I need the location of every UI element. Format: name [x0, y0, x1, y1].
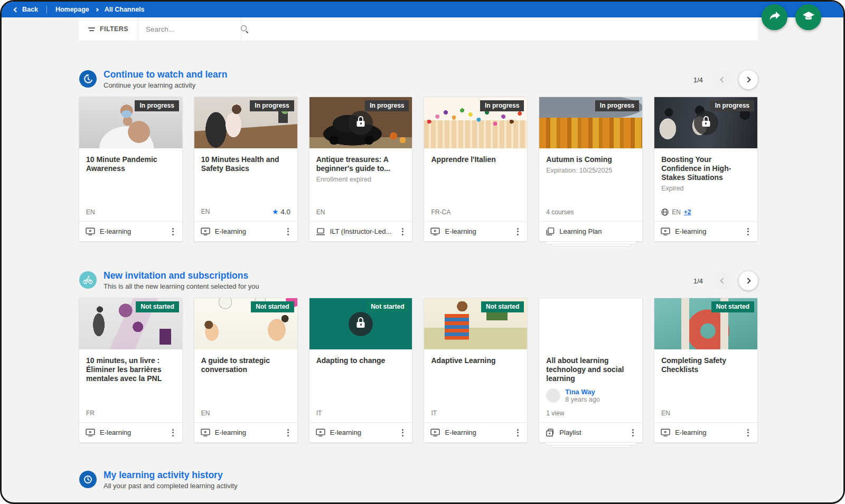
card-body: Adaptive Learning IT [424, 349, 527, 422]
course-card[interactable]: In progress Antique treasures: A beginne… [309, 97, 413, 242]
carousel-pager: 1/4 [693, 70, 758, 89]
language-label: FR [86, 410, 95, 417]
kebab-menu-icon[interactable] [400, 427, 406, 439]
card-wrap: Not started Adapting to change IT E-lear… [309, 298, 413, 448]
card-body: A guide to strategic conversation EN [194, 349, 297, 422]
course-title: Completing Safety Checklists [661, 356, 750, 374]
elearning-icon [201, 227, 210, 235]
search-icon[interactable] [240, 25, 249, 33]
lock-icon [349, 111, 373, 135]
course-thumbnail: Not started [194, 298, 297, 349]
course-thumbnail: In progress [424, 97, 527, 148]
section-title[interactable]: My learning activity history [104, 470, 238, 480]
channel-section: Continue to watch and learn Continue you… [79, 69, 758, 246]
back-label: Back [22, 6, 38, 13]
kebab-menu-icon[interactable] [745, 226, 751, 237]
card-body: Boosting Your Confidence in High-Stakes … [654, 148, 757, 221]
kebab-menu-icon[interactable] [515, 226, 521, 237]
card-wrap: All about learning technology and social… [539, 298, 643, 448]
top-navigation-bar: Back Homepage All Channels [2, 2, 843, 17]
course-card[interactable]: In progress Boosting Your Confidence in … [654, 97, 758, 242]
content-type-label: ILT (Instructor-Led... [330, 227, 392, 235]
kebab-menu-icon[interactable] [170, 226, 176, 237]
elearning-icon [86, 227, 95, 235]
card-grid: Not started 10 minutes, un livre : Élimi… [79, 298, 758, 448]
rating-value: 4.0 [281, 208, 290, 216]
breadcrumb-homepage[interactable]: Homepage [55, 6, 89, 13]
course-card[interactable]: Not started Completing Safety Checklists… [654, 298, 758, 443]
content-type-label: Learning Plan [559, 227, 602, 235]
kebab-menu-icon[interactable] [515, 427, 521, 439]
carousel-pager: 1/4 [693, 271, 758, 290]
section-header: New invitation and subscriptions This is… [79, 270, 758, 291]
section-title[interactable]: Continue to watch and learn [104, 69, 227, 80]
kebab-menu-icon[interactable] [400, 226, 406, 237]
card-wrap: Not started Completing Safety Checklists… [654, 298, 758, 448]
card-grid: In progress 10 Minute Pandemic Awareness… [79, 97, 758, 246]
course-thumbnail: Not started [79, 298, 182, 349]
course-thumbnail: In progress [539, 97, 642, 148]
course-card[interactable]: All about learning technology and social… [539, 298, 643, 443]
course-title: 10 Minute Pandemic Awareness [86, 155, 175, 173]
learning-fab-button[interactable] [795, 4, 821, 30]
course-card[interactable]: Not started Adaptive Learning IT E-learn… [424, 298, 528, 443]
course-note: Expiration: 10/25/2025 [546, 167, 635, 174]
channel-section: My learning activity history All your pa… [79, 470, 758, 504]
card-body: Antique treasures: A beginner's guide to… [309, 148, 412, 221]
language-label: IT [316, 410, 322, 417]
course-thumbnail: In progress [309, 97, 412, 148]
course-note: Enrollment expired [316, 176, 406, 183]
more-languages-link[interactable]: +2 [684, 208, 691, 216]
course-card[interactable]: Not started A guide to strategic convers… [194, 298, 298, 443]
course-card[interactable]: Not started 10 minutes, un livre : Élimi… [79, 298, 183, 443]
carousel-prev-button[interactable] [712, 271, 731, 290]
author-link[interactable]: Tina Way [565, 388, 599, 396]
stacked-card-edge [551, 244, 631, 246]
language-label: EN [661, 410, 670, 417]
kebab-menu-icon[interactable] [285, 226, 291, 237]
search-input[interactable] [145, 25, 240, 34]
course-card[interactable]: In progress 10 Minutes Health and Safety… [194, 97, 298, 242]
card-footer: E-learning [194, 422, 297, 442]
kebab-menu-icon[interactable] [285, 427, 291, 439]
status-badge: In progress [480, 100, 524, 111]
kebab-menu-icon[interactable] [630, 427, 636, 439]
course-thumbnail: In progress [654, 97, 757, 148]
card-meta-row: 1 view [546, 410, 635, 417]
course-thumbnail: Not started [654, 298, 757, 349]
breadcrumb-all-channels[interactable]: All Channels [105, 6, 145, 13]
filters-button[interactable]: FILTERS [79, 17, 138, 41]
course-card[interactable]: Not started Adapting to change IT E-lear… [309, 298, 413, 443]
language-label: IT [431, 410, 437, 417]
status-badge: Not started [136, 301, 179, 312]
kebab-menu-icon[interactable] [170, 427, 176, 439]
card-meta-row: EN [86, 208, 175, 216]
kebab-menu-icon[interactable] [745, 427, 751, 439]
course-title: Adapting to change [316, 356, 406, 365]
section-title[interactable]: New invitation and subscriptions [104, 270, 259, 281]
content-type-label: E-learning [215, 227, 246, 235]
back-button[interactable]: Back [14, 6, 38, 13]
course-card[interactable]: In progress 10 Minute Pandemic Awareness… [79, 97, 183, 242]
share-fab-button[interactable] [762, 4, 787, 30]
carousel-prev-button[interactable] [712, 70, 731, 89]
content-type-label: E-learning [675, 227, 706, 235]
card-wrap: In progress 10 Minute Pandemic Awareness… [79, 97, 183, 246]
pagination-count: 1/4 [693, 76, 703, 84]
card-body: 10 Minutes Health and Safety Basics EN ★… [194, 148, 297, 221]
back-chevron-icon [14, 7, 19, 12]
app-window: Back Homepage All Channels FILTERS Cont [0, 0, 845, 504]
carousel-next-button[interactable] [739, 70, 758, 89]
course-card[interactable]: In progress Apprendre l'Italien FR-CA E-… [424, 97, 528, 242]
card-footer: E-learning [79, 221, 182, 241]
card-wrap: Not started Adaptive Learning IT E-learn… [424, 298, 528, 448]
card-footer: E-learning [424, 422, 527, 442]
carousel-next-button[interactable] [739, 271, 758, 290]
language-label: EN [201, 208, 210, 215]
status-badge: In progress [250, 100, 294, 111]
status-badge: In progress [365, 100, 409, 111]
elearning-icon [430, 227, 440, 235]
card-meta-row: EN +2 [661, 208, 750, 216]
course-card[interactable]: In progress Autumn is Coming Expiration:… [539, 97, 643, 242]
card-footer: E-learning [654, 221, 757, 241]
